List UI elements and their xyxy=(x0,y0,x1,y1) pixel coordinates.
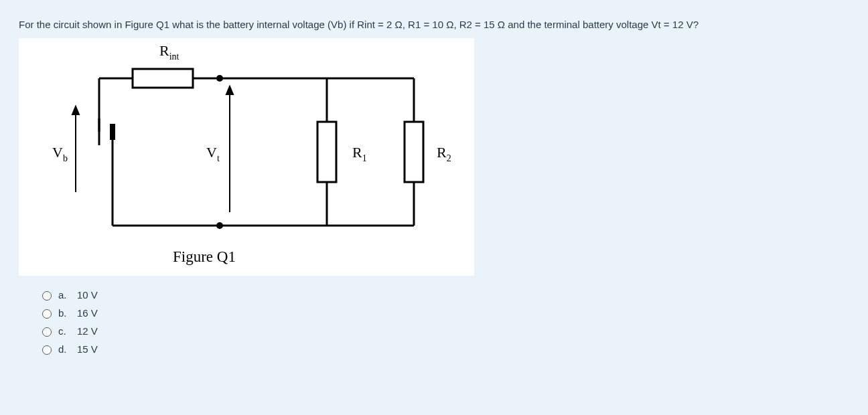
circuit-figure: Rint Vb Vt R1 R2 Figure Q1 xyxy=(19,38,474,276)
radio-c[interactable] xyxy=(42,327,52,337)
option-a[interactable]: a. 10 V xyxy=(39,289,849,301)
svg-rect-14 xyxy=(405,122,423,182)
label-r2: R2 xyxy=(437,144,451,163)
svg-rect-10 xyxy=(317,122,336,182)
label-vb: Vb xyxy=(52,144,68,163)
option-d[interactable]: d. 15 V xyxy=(39,343,849,355)
option-label: 15 V xyxy=(77,343,98,355)
option-letter: d. xyxy=(58,343,72,355)
label-r1: R1 xyxy=(352,144,367,163)
option-letter: b. xyxy=(58,307,72,319)
svg-point-19 xyxy=(216,222,223,229)
figure-caption: Figure Q1 xyxy=(173,248,236,266)
label-rint: Rint xyxy=(159,42,179,62)
option-b[interactable]: b. 16 V xyxy=(39,307,849,319)
radio-b[interactable] xyxy=(42,309,52,319)
svg-marker-21 xyxy=(72,106,79,114)
option-label: 16 V xyxy=(77,307,98,319)
label-vt: Vt xyxy=(206,144,220,163)
svg-marker-23 xyxy=(226,86,233,94)
radio-d[interactable] xyxy=(42,345,52,355)
quiz-page: For the circuit shown in Figure Q1 what … xyxy=(0,0,868,415)
option-label: 10 V xyxy=(77,289,98,301)
option-c[interactable]: c. 12 V xyxy=(39,325,849,337)
option-letter: a. xyxy=(58,289,72,301)
radio-a[interactable] xyxy=(42,291,52,301)
svg-rect-5 xyxy=(133,69,193,88)
svg-point-18 xyxy=(216,75,223,82)
option-letter: c. xyxy=(58,325,72,337)
circuit-svg: Rint Vb Vt R1 R2 xyxy=(19,38,474,276)
question-text: For the circuit shown in Figure Q1 what … xyxy=(19,19,849,30)
options-group: a. 10 V b. 16 V c. 12 V d. 15 V xyxy=(39,289,849,355)
option-label: 12 V xyxy=(77,325,98,337)
